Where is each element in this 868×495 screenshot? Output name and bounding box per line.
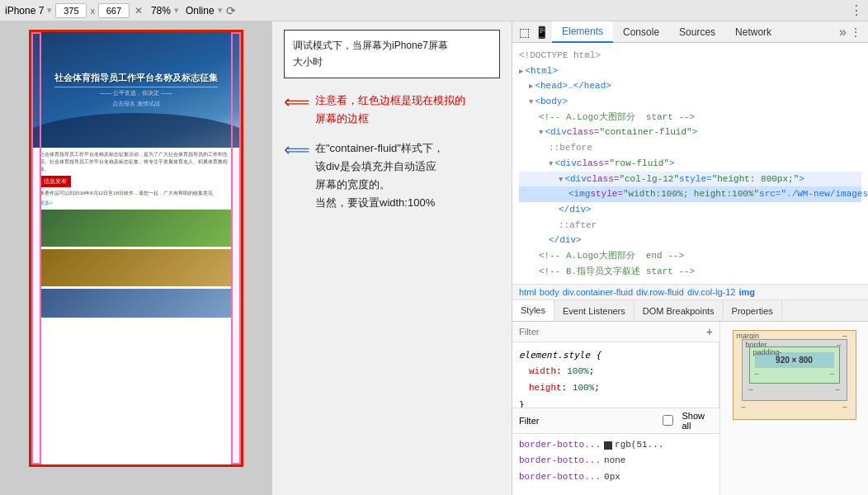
tab-console[interactable]: Console bbox=[613, 21, 669, 43]
close-device-button[interactable]: ✕ bbox=[133, 5, 144, 16]
bc-rowfluid[interactable]: div.row-fluid bbox=[636, 287, 684, 297]
tab-dom-breakpoints[interactable]: DOM Breakpoints bbox=[634, 300, 724, 321]
hero-text: 社会体育指导员工作平台名称及标志征集 —— 公平竞选，你决定 —— 点击报名 激… bbox=[54, 72, 218, 108]
prop-val-bb2: none bbox=[604, 453, 625, 469]
tab-styles[interactable]: Styles bbox=[512, 300, 554, 321]
color-swatch-1 bbox=[604, 441, 612, 450]
prop-width-name: width bbox=[529, 366, 556, 376]
body-tag: <body> bbox=[535, 94, 568, 110]
bc-container[interactable]: div.container-fluid bbox=[563, 287, 633, 297]
thumbnail-1 bbox=[40, 210, 233, 247]
tree-line-img[interactable]: <img style= "width:100%; height:100%" sr… bbox=[519, 186, 861, 202]
arrow-icon: ⟸ bbox=[284, 92, 310, 113]
border-bottom-row: – – bbox=[749, 385, 840, 394]
prop-height-val[interactable]: 100% bbox=[573, 383, 594, 393]
marg-right: – bbox=[842, 403, 847, 411]
tab-more-button[interactable]: » bbox=[839, 25, 847, 40]
main-content: 社会体育指导员工作平台名称及标志征集 —— 公平竞选，你决定 —— 点击报名 激… bbox=[0, 21, 868, 495]
bc-body[interactable]: body bbox=[540, 287, 559, 297]
tree-line-closediv1: </div> bbox=[519, 202, 861, 218]
tab-sources[interactable]: Sources bbox=[669, 21, 725, 43]
more-link[interactable]: 更多> bbox=[40, 200, 233, 207]
prop-name-bb2: border-botto... bbox=[519, 453, 601, 469]
settings-icon[interactable]: ⋮ bbox=[850, 26, 861, 39]
tree-line-html: ▶ <html> bbox=[519, 64, 861, 79]
expand-rowfluid[interactable]: ▼ bbox=[549, 158, 553, 171]
tree-line-collg12[interactable]: ▼ <div class= "col-lg-12" style= "height… bbox=[519, 172, 861, 187]
padding-box: padding- 920 × 800 – – bbox=[749, 346, 840, 384]
img-src-val[interactable]: "./WM-new/images/PC_01.png" bbox=[781, 186, 868, 202]
show-all-checkbox[interactable] bbox=[663, 415, 673, 426]
prop-name-bb1: border-botto... bbox=[519, 437, 601, 454]
comment-logo-start: <!-- A.Logo大图部分 start --> bbox=[539, 110, 695, 125]
css-selector-element[interactable]: element.style { bbox=[519, 347, 712, 364]
tab-properties[interactable]: Properties bbox=[724, 300, 782, 321]
tree-line-doctype: <!DOCTYPE html> bbox=[519, 48, 861, 64]
device-frame: 社会体育指导员工作平台名称及标志征集 —— 公平竞选，你决定 —— 点击报名 激… bbox=[29, 30, 243, 467]
bc-collg12[interactable]: div.col-lg-12 bbox=[687, 287, 736, 297]
img-tag: <img bbox=[568, 186, 590, 202]
tree-line-head: ▶ <head> … </head> bbox=[519, 78, 861, 94]
devtools-tab-bar: ⬚ 📱 Elements Console Sources Network » ⋮ bbox=[512, 21, 868, 43]
device-mode-icon[interactable]: 📱 bbox=[535, 26, 549, 39]
container-tag: <div bbox=[545, 125, 566, 140]
hero-title: 社会体育指导员工作平台名称及标志征集 bbox=[54, 72, 218, 84]
bc-html[interactable]: html bbox=[519, 287, 536, 297]
inspect-icon[interactable]: ⬚ bbox=[519, 26, 530, 39]
pad-left: – bbox=[755, 370, 759, 378]
expand-container[interactable]: ▼ bbox=[539, 127, 543, 139]
hero-section: 社会体育指导员工作平台名称及标志征集 —— 公平竞选，你决定 —— 点击报名 激… bbox=[31, 32, 241, 148]
expand-head[interactable]: ▶ bbox=[529, 81, 533, 93]
pad-right: – bbox=[829, 370, 833, 378]
prop-width-val[interactable]: 100% bbox=[567, 366, 588, 376]
container-class-attr: class= bbox=[567, 125, 600, 140]
annotation-1: ⟸ 注意看，红色边框是现在模拟的 屏幕的边框 bbox=[284, 92, 500, 128]
css-prop-width: width: 100%; bbox=[519, 364, 712, 380]
filter-bar: + bbox=[512, 322, 719, 342]
css-close-1: } bbox=[519, 397, 712, 408]
rowfluid-tag: <div bbox=[554, 156, 576, 172]
border-box: border – padding- 920 × 800 – bbox=[742, 339, 847, 401]
container-close-bracket: > bbox=[692, 125, 698, 140]
more-options-button[interactable]: ⋮ bbox=[850, 2, 863, 18]
bord-left: – bbox=[749, 385, 753, 394]
doctype-text: <!DOCTYPE html> bbox=[519, 48, 601, 64]
head-ellipsis: … bbox=[568, 78, 573, 94]
annotation-1-text: 注意看，红色边框是现在模拟的 屏幕的边框 bbox=[315, 92, 465, 128]
hero-link[interactable]: 点击报名 激情试战 bbox=[54, 100, 218, 108]
tab-event-listeners[interactable]: Event Listeners bbox=[554, 300, 634, 321]
padding-label: padding- bbox=[753, 348, 782, 356]
bc-img[interactable]: img bbox=[738, 287, 755, 297]
bord-right: – bbox=[835, 385, 839, 394]
rotate-button[interactable]: ⟳ bbox=[226, 4, 236, 17]
content-text: 社会体育指导员工作平台名称及标志征集活动，是为了广大社会体育指导员的工作和生活。… bbox=[40, 151, 233, 173]
css-rules-area: + element.style { width: 100%; height: 1… bbox=[512, 322, 719, 495]
callout-box: 调试模式下，当屏幕为iPhone7屏幕 大小时 bbox=[284, 30, 500, 78]
content-dimensions: 920 × 800 bbox=[776, 356, 813, 365]
news-button[interactable]: 信息发布 bbox=[40, 176, 71, 187]
props-filter-bar: Filter Show all bbox=[512, 408, 719, 434]
collg12-tag: <div bbox=[564, 172, 586, 187]
prop-border-bottom-1: border-botto... rgb(51... bbox=[519, 437, 713, 454]
tree-line-comment3: <!-- B.指导员文字叙述 start --> bbox=[519, 264, 861, 280]
props-filter-input[interactable] bbox=[544, 416, 658, 426]
expand-html[interactable]: ▶ bbox=[519, 66, 523, 78]
tree-line-comment2: <!-- A.Logo大图部分 end --> bbox=[519, 248, 861, 264]
tree-line-container: ▼ <div class= "container-fluid" > bbox=[519, 125, 861, 140]
news-content: 参赛作品可以到2016年8月12日至18日收件，请您一起，广大有帮助的收集意见 bbox=[40, 190, 233, 197]
width-input[interactable] bbox=[55, 3, 87, 18]
collg12-bracket: > bbox=[799, 172, 804, 187]
tab-network[interactable]: Network bbox=[725, 21, 781, 43]
height-input[interactable] bbox=[98, 3, 130, 18]
container-class-val: "container-fluid" bbox=[599, 125, 691, 140]
show-all-label: Show all bbox=[682, 411, 713, 431]
expand-collg12[interactable]: ▼ bbox=[559, 174, 563, 186]
expand-body[interactable]: ▼ bbox=[529, 97, 533, 109]
collg12-class-val: "col-lg-12" bbox=[619, 172, 679, 187]
tab-elements[interactable]: Elements bbox=[552, 21, 613, 43]
filter-input[interactable] bbox=[519, 327, 691, 337]
add-rule-button[interactable]: + bbox=[706, 325, 713, 338]
devtools-panel: ⬚ 📱 Elements Console Sources Network » ⋮… bbox=[512, 21, 868, 495]
device-label: iPhone 7 bbox=[5, 5, 44, 16]
img-style-attr: style= bbox=[590, 186, 623, 202]
